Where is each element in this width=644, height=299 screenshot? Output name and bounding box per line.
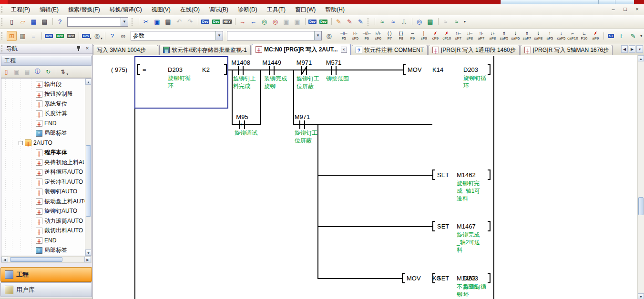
contact-m1449[interactable]: M1449 ↑ 装铆完成 旋铆 [257, 59, 286, 90]
rising-pulse-fkey[interactable]: ↑⊢ sF7 [452, 30, 464, 41]
help2-icon[interactable]: ? [107, 31, 117, 41]
combo-dropdown-icon[interactable]: ▼ [314, 31, 321, 40]
paste-icon[interactable]: ▤ [163, 17, 173, 27]
menu-item[interactable]: 诊断(D) [233, 4, 262, 15]
monitor-condition-icon[interactable]: ⎍ [399, 17, 409, 27]
cut-icon[interactable]: ✂ [141, 17, 151, 27]
declaration-edit-icon[interactable]: ✎ [356, 17, 366, 27]
tree-item[interactable]: 程序本体 [1, 148, 84, 158]
panel-close-icon[interactable]: × [84, 45, 91, 52]
vertical-line-fkey[interactable]: │ sF9 [418, 30, 429, 41]
device-setting-icon[interactable]: Dev [66, 31, 76, 41]
panel-splitter[interactable]: ········· [0, 263, 92, 267]
scroll-right-icon[interactable]: ▶ [84, 257, 91, 262]
device-comment-icon[interactable]: Dev [44, 31, 54, 41]
tree-item[interactable]: 振动盘上料AUTC [1, 197, 84, 207]
tab-device-buffer-monitor[interactable]: 软元件/缓冲存储器批量监视-1 [159, 45, 251, 55]
close-button[interactable]: × [633, 5, 641, 13]
tree-item[interactable]: 装铆钉AUTO [1, 187, 84, 197]
contact-m95-pulse[interactable]: M95 ↑ 旋铆调试 [228, 113, 256, 137]
find-in-page-icon[interactable]: ◎ [324, 31, 334, 41]
remote-operation-icon[interactable]: ◎ [270, 17, 280, 27]
contact-m971-no[interactable]: M971 ↑ 旋铆钉工 位屏蔽 [288, 113, 317, 144]
paste-data-icon[interactable]: ▤ [22, 67, 32, 77]
new-data-icon[interactable]: ▯ [1, 67, 11, 77]
tree-item[interactable]: 按钮控制段 [1, 90, 84, 100]
falling-pulse-branch-fkey[interactable]: ↓⊦ aF8 [487, 30, 498, 41]
tree-expander[interactable]: − [19, 141, 23, 145]
tree-item[interactable]: 裁切出料AUTO [1, 226, 84, 236]
horizontal-line-fkey[interactable]: ─ F9 [407, 30, 418, 41]
tab-3man[interactable]: 写入 3MAN 1004步 [93, 45, 158, 55]
tree-item[interactable]: 局部标签 [1, 129, 84, 139]
menu-item[interactable]: 视图(V) [147, 4, 175, 15]
edge-fkey[interactable]: ∟ F10 [578, 30, 590, 41]
delete-edge-fkey[interactable]: ✗ aF9 [590, 30, 601, 41]
help-icon[interactable]: ? [55, 17, 65, 27]
keyword-setup-icon[interactable]: ▣ [281, 17, 291, 27]
rising-pulse-close-branch-fkey[interactable]: ⇑ saF7 [521, 30, 532, 41]
read-from-plc-icon[interactable]: ← [248, 17, 258, 27]
device-memory-icon[interactable]: Dev [55, 31, 65, 41]
sampling-trace-icon[interactable]: ≈ [440, 17, 450, 27]
open-project-icon[interactable]: ▱ [18, 17, 28, 27]
menu-item[interactable]: 搜索/替换(F) [63, 4, 105, 15]
tab-scroll-left-icon[interactable]: ◀ [621, 45, 628, 53]
minimize-button[interactable]: – [609, 5, 617, 13]
device-memory-edit-icon[interactable]: Dev [211, 17, 221, 27]
toolbar-grip[interactable] [368, 18, 370, 26]
scroll-down-icon[interactable]: ▼ [85, 249, 92, 256]
menu-item[interactable]: 转换/编译(C) [105, 4, 147, 15]
open-contact-fkey[interactable]: ⊣⊢ F5 [338, 30, 349, 41]
project-selector-combo[interactable]: ▼ [67, 17, 128, 27]
combo-dropdown-icon[interactable]: ▼ [215, 31, 223, 40]
structured-text-icon[interactable]: ST [606, 31, 616, 41]
open-branch-fkey[interactable]: ⊦⊦ sF5 [349, 30, 361, 41]
user-library-button[interactable]: 用户库 [0, 282, 92, 297]
menu-item[interactable]: 调试(B) [204, 4, 233, 15]
toolbar-overflow-icon[interactable]: ▾ [638, 34, 644, 38]
menu-item[interactable]: 工程(P) [6, 4, 35, 15]
tree-item[interactable]: END [1, 119, 84, 129]
tree-item[interactable]: 局部标签 [1, 246, 84, 256]
coil-fkey[interactable]: ( ) F7 [384, 30, 395, 41]
save-project-icon[interactable]: ▦ [29, 17, 39, 27]
invert-operation-fkey[interactable]: ↑ aF5 [544, 30, 555, 41]
tab-comment[interactable]: 软元件注释 COMMENT [352, 45, 428, 55]
ladder-canvas[interactable]: ( 975) = D203 K2 旋铆钉循 环 [93, 55, 644, 299]
note-edit-icon[interactable]: ✎ [345, 17, 355, 27]
tree-item[interactable]: 送料循环AUTO [1, 168, 84, 178]
scrollbar-thumb[interactable] [10, 257, 62, 262]
toolbar-grip[interactable] [1, 18, 4, 26]
tree-horizontal-scrollbar[interactable]: ◀ ▶ [1, 256, 92, 263]
menu-item[interactable]: 帮助(H) [320, 4, 349, 15]
menubar-grip[interactable] [1, 6, 4, 13]
tab-list-menu-icon[interactable]: ▾ [636, 45, 643, 53]
copy-icon[interactable]: ▣ [152, 17, 162, 27]
device-monitor-icon[interactable]: Dev [307, 17, 317, 27]
device-display-icon[interactable]: Dev [81, 31, 91, 41]
tab-scroll-right-icon[interactable]: ▶ [629, 45, 635, 53]
undo-icon[interactable]: ↶ [174, 17, 184, 27]
tree-item[interactable]: 长度计算 [1, 109, 84, 119]
watch-register-icon[interactable]: ◎ [414, 17, 424, 27]
compare-operand-1[interactable]: D203 [168, 66, 183, 73]
compare-op[interactable]: = [143, 66, 146, 73]
menu-item[interactable]: 在线(O) [175, 4, 204, 15]
tree-item[interactable]: 输出段 [1, 80, 84, 90]
scroll-up-icon[interactable]: ▲ [85, 79, 92, 85]
scrollbar-thumb[interactable] [86, 145, 91, 217]
watch-window-icon[interactable]: ▤ [425, 17, 435, 27]
rising-pulse-close-fkey[interactable]: ⇑ saF5 [498, 30, 510, 41]
clear-plc-memory-icon[interactable]: ▣ [292, 17, 302, 27]
new-project-icon[interactable]: ▯ [7, 17, 17, 27]
print-icon[interactable]: ▤ [40, 17, 50, 27]
monitor-start-icon[interactable]: ≈ [377, 17, 387, 27]
tree-item[interactable]: 动力滚筒AUTO [1, 216, 84, 226]
function-block-list-icon[interactable]: ≡ [29, 31, 39, 41]
no-convert-fkey[interactable]: ⌐ caF10 [567, 30, 578, 41]
menu-item[interactable]: 工具(T) [262, 4, 290, 15]
tree-item[interactable]: 定长冲孔AUTO [1, 177, 84, 187]
rising-pulse-branch-fkey[interactable]: ↑⊦ aF7 [475, 30, 487, 41]
application-instruction-fkey[interactable]: { } F8 [395, 30, 407, 41]
